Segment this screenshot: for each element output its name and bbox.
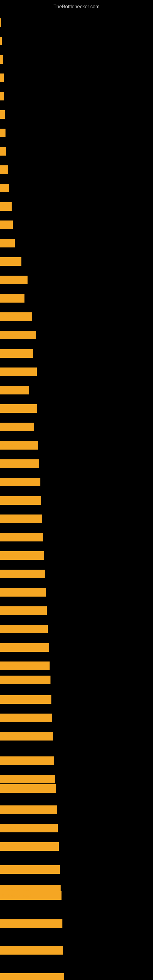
bar-row: Bottleneck result [0,606,153,615]
bar: Bottlenec [0,257,21,266]
bar: Bo [0,184,9,192]
bar: Bottleneck result [0,756,54,765]
bar: F [0,55,3,64]
bar-label: Bot [1,223,8,227]
bar: Bottleneck result [0,824,58,832]
bar-label: Bottleneck result [1,786,31,791]
bar-label: Bottleneck result [1,734,31,739]
bar-row: Bottleneck result [0,865,153,874]
bar: Bottleneck result [0,496,41,505]
bar-row: Bottleneck result [0,824,153,832]
bar: Bottleneck result [0,514,42,523]
bar-label: Bottleneck result [1,759,31,763]
bar-row: Bottleneck result [0,404,153,413]
bar-row: Bottleneck result [0,695,153,704]
bar: Bottleneck result [0,643,49,652]
bar: Bottleneck result [0,570,45,578]
bar-row [0,18,153,27]
bar-label: Bottleneck result [1,370,31,374]
bar-row: Bottleneck result [0,662,153,670]
bar: Bottleneck re [0,275,27,284]
bar: Bottleneck result [0,732,53,740]
bar-row: Bottleneck result [0,775,153,783]
bar-row: Bottleneck result [0,514,153,523]
bar: Bottleneck result [0,460,39,468]
bar-row: Bottlenec [0,257,153,266]
bar-label: Bottleneck result [1,406,31,411]
bar: Bottleneck result [0,920,62,928]
bar-row: Bottleneck result [0,588,153,597]
bar-row: Bottleneck [0,294,153,302]
bar: Bottleneck re [0,386,29,395]
bar-row: Bottleneck re [0,275,153,284]
bar-label: Bottleneck result [1,893,31,898]
bar-row: Bottleneck result [0,460,153,468]
bar-row: Bot [0,221,153,229]
bar-label: Bottleneck result [1,826,31,830]
bar-label: F [1,76,4,80]
bar-row [0,37,153,45]
bar-row: Bo [0,184,153,192]
bar-row: F [0,129,153,137]
bar: F [0,129,5,137]
bar-label: Bo [1,186,7,191]
bar-label: Bottleneck result [1,844,31,849]
bar-row: Bottleneck resu [0,312,153,321]
bar-row: Bottleneck result [0,714,153,722]
bar-row: Bottleneck resu [0,349,153,358]
bar-label: Bottleneck result [1,535,31,539]
bar: Bottleneck resu [0,349,33,358]
bar-label: Bottleneck result [1,333,31,337]
bar: Bottleneck result [0,714,52,722]
bar-label: Bottleneck result [1,975,31,980]
bar: Bott [0,202,12,211]
bar-row: Bott [0,239,153,247]
bar: Bottleneck result [0,784,56,793]
bar: Bottleneck result [0,588,46,597]
bar-label: Bottleneck result [1,663,31,668]
bar-row: B [0,147,153,156]
bar-row: Bottleneck re [0,386,153,395]
bar: Bott [0,239,15,247]
bar: Bottleneck result [0,441,38,450]
bar-row: Bottleneck result [0,842,153,851]
bar-label: Bottleneck result [1,645,31,650]
bar-label: Bottleneck result [1,461,31,466]
bar-label: F [1,112,4,117]
bar-label: Bottleneck result [1,697,31,702]
bar-label: F [1,57,3,62]
bar-label: Bottlenec [1,259,18,264]
bar-row: Bottleneck resu [0,423,153,431]
bar-row: Bottleneck result [0,368,153,376]
bar-row: Bottleneck result [0,946,153,955]
bar-row: Bottleneck result [0,441,153,450]
bar: Bottleneck [0,294,24,302]
bar-row: B [0,92,153,100]
bar: Bot [0,221,13,229]
bar-label: Bottleneck result [1,480,31,485]
bar-row: Bottleneck result [0,784,153,793]
bar-row: Bottleneck result [0,331,153,339]
bar-label: Bottleneck result [1,678,31,682]
bar [0,18,1,27]
bar-row: Bottleneck result [0,891,153,900]
bar-label: Bottleneck result [1,590,31,595]
bar: Bottleneck result [0,551,44,560]
bar-row: Bott [0,202,153,211]
bar-row: F [0,73,153,82]
bar-label: Bottleneck resu [1,315,29,319]
bar-row: Bottleneck result [0,920,153,928]
bar [0,37,2,45]
bar-row: Bottleneck result [0,478,153,486]
bar-label: Bottleneck result [1,609,31,613]
bar: Bottleneck result [0,946,63,955]
bar-label: Bottleneck result [1,627,31,632]
bar-label: Bottleneck [1,296,21,301]
bar-row: Bo [0,165,153,174]
bar-label: Bottleneck result [1,554,31,558]
bar: Bottleneck result [0,973,64,980]
bar-row: Bottleneck result [0,570,153,578]
bar-label: Bottleneck result [1,517,31,521]
bar: Bottleneck result [0,695,51,704]
bar: Bottleneck result [0,331,36,339]
